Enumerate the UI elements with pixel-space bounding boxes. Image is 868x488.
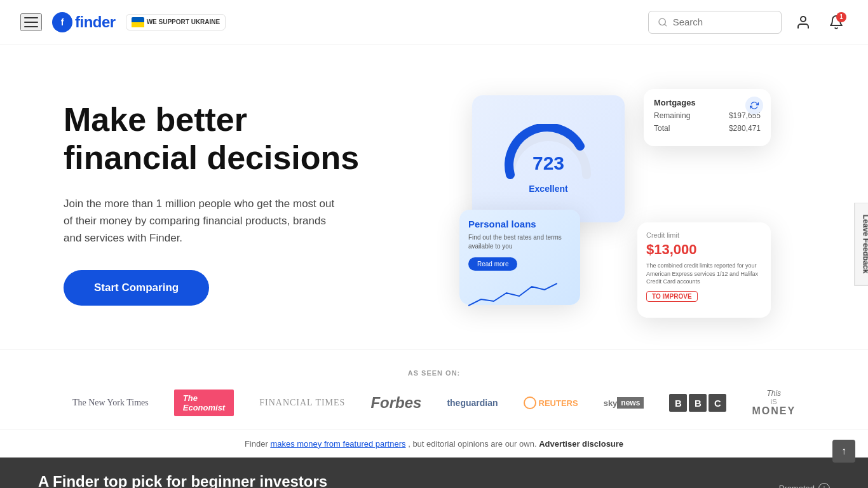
hero-section: Make better financial decisions Join the… <box>0 44 868 349</box>
ukraine-badge: WE SUPPORT UKRAINE <box>126 14 226 30</box>
logo[interactable]: f finder <box>52 12 116 32</box>
scroll-to-top-button[interactable]: ↑ <box>832 440 855 463</box>
user-icon <box>796 15 811 30</box>
bottom-banner: A Finder top pick for beginner investors… <box>0 458 868 488</box>
hero-illustration: 723 Excellent Mortgages Remaining $197,6… <box>407 83 817 324</box>
mortgage-card: Mortgages Remaining $197,655 Total $280,… <box>644 89 771 146</box>
mortgage-total-row: Total $280,471 <box>654 124 761 133</box>
hero-description: Join the more than 1 million people who … <box>64 195 343 247</box>
loans-card: Personal loans Find out the best rates a… <box>459 210 580 305</box>
banner-title: A Finder top pick for beginner investors <box>38 473 461 488</box>
scroll-up-icon: ↑ <box>841 445 846 457</box>
credit-card: Credit limit $13,000 The combined credit… <box>637 222 771 318</box>
banner-content: A Finder top pick for beginner investors… <box>38 473 461 488</box>
advertiser-disclosure-bold: Advertiser disclosure <box>539 439 623 449</box>
economist-logo: TheEconomist <box>174 390 234 416</box>
svg-line-1 <box>665 24 667 26</box>
mortgage-title: Mortgages <box>654 98 761 107</box>
featured-partners-link[interactable]: makes money from featured partners <box>270 439 405 449</box>
credit-amount: $13,000 <box>646 241 762 258</box>
user-profile-button[interactable] <box>792 11 815 34</box>
guardian-logo: theguardian <box>447 398 498 408</box>
notification-count: 1 <box>836 12 846 22</box>
ukraine-flag-icon <box>132 17 144 27</box>
header: f finder WE SUPPORT UKRAINE <box>0 0 868 44</box>
loans-read-more-button[interactable]: Read more <box>468 257 517 271</box>
loans-title: Personal loans <box>468 219 571 229</box>
search-input[interactable] <box>673 17 772 27</box>
sync-icon <box>745 97 763 114</box>
logo-text: finder <box>75 13 116 31</box>
as-seen-on-label: AS SEEN ON: <box>38 369 830 377</box>
ukraine-text: WE SUPPORT UKRAINE <box>147 18 220 25</box>
header-right: 1 <box>648 11 848 34</box>
reuters-logo: REUTERS <box>524 396 578 409</box>
skynews-logo: sky news <box>604 397 644 409</box>
search-icon <box>658 17 668 28</box>
reuters-circle-icon <box>524 396 536 409</box>
hamburger-menu[interactable] <box>20 13 42 31</box>
feedback-tab[interactable]: Leave Feedback <box>855 203 868 286</box>
promoted-badge: Promoted i <box>779 483 830 488</box>
credit-improve-badge: TO IMPROVE <box>646 291 698 302</box>
thismoney-logo: This iS MONEY <box>752 390 796 417</box>
disclosure-text: Finder <box>245 439 270 449</box>
credit-limit-label: Credit limit <box>646 231 762 239</box>
loans-chart <box>468 277 557 309</box>
advertiser-disclosure: Finder makes money from featured partner… <box>0 430 868 458</box>
header-left: f finder WE SUPPORT UKRAINE <box>20 12 226 32</box>
hero-title: Make better financial decisions <box>64 101 381 177</box>
forbes-logo: Forbes <box>370 394 421 412</box>
disclosure-after-text: , but editorial opinions are our own. <box>408 439 536 449</box>
promoted-label: Promoted <box>779 484 815 488</box>
credit-score-card: 723 Excellent <box>472 95 625 222</box>
search-bar[interactable] <box>648 11 782 34</box>
ft-logo: FINANCIAL TIMES <box>259 398 345 408</box>
svg-point-2 <box>801 17 806 22</box>
svg-text:723: 723 <box>532 152 564 173</box>
mortgage-remaining-row: Remaining $197,655 <box>654 111 761 120</box>
score-arc-chart: 723 <box>498 124 599 181</box>
credit-description: The combined credit limits reported for … <box>646 262 762 286</box>
notifications-button[interactable]: 1 <box>825 11 848 34</box>
bbc-logo: B B C <box>669 394 726 412</box>
media-logos-list: The New York Times TheEconomist FINANCIA… <box>38 390 830 417</box>
mortgage-total-label: Total <box>654 124 670 133</box>
loans-subtitle: Find out the best rates and terms availa… <box>468 233 571 251</box>
nyt-logo: The New York Times <box>72 398 149 408</box>
cards-container: 723 Excellent Mortgages Remaining $197,6… <box>453 83 771 324</box>
as-seen-on-section: AS SEEN ON: The New York Times TheEconom… <box>0 349 868 430</box>
logo-icon: f <box>52 12 72 32</box>
mortgage-total-value: $280,471 <box>729 124 761 133</box>
promoted-info-icon[interactable]: i <box>818 483 830 488</box>
start-comparing-button[interactable]: Start Comparing <box>64 270 209 306</box>
mortgage-remaining-label: Remaining <box>654 111 690 120</box>
score-label: Excellent <box>529 184 567 194</box>
hero-content: Make better financial decisions Join the… <box>64 101 381 305</box>
